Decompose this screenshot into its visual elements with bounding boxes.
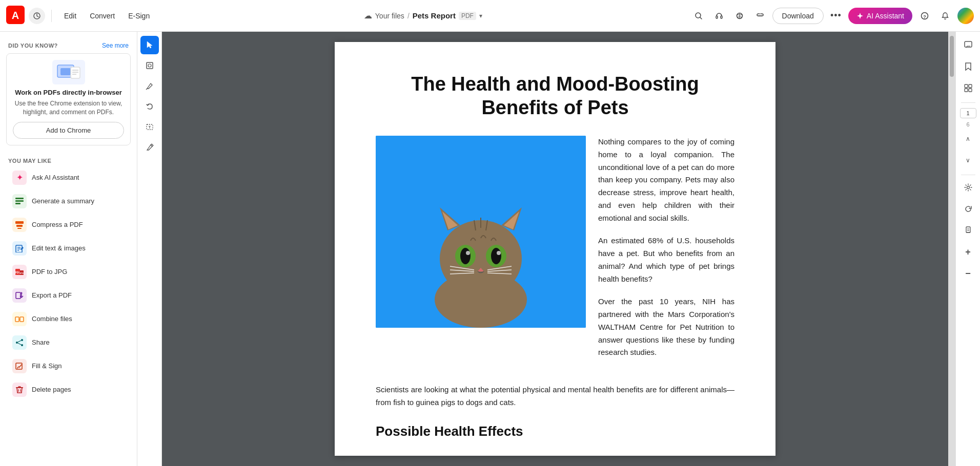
svg-rect-79 xyxy=(966,227,970,232)
svg-point-64 xyxy=(466,251,470,255)
share-icon xyxy=(12,335,27,350)
pdf-text-column: Nothing compares to the joy of coming ho… xyxy=(598,136,734,369)
see-more-button[interactable]: See more xyxy=(102,42,129,49)
generate-summary-label: Generate a summary xyxy=(32,197,94,205)
bookmarks-panel-button[interactable] xyxy=(959,57,977,76)
edit-text-label: Edit text & images xyxy=(32,244,86,252)
did-you-know-box: Work on PDFs directly in-browser Use the… xyxy=(6,53,131,145)
left-sidebar: DID YOU KNOW? See more Work on PDFs dire… xyxy=(0,32,137,466)
generate-summary-icon xyxy=(12,194,27,208)
draw-tool-button[interactable] xyxy=(140,77,159,95)
combine-icon xyxy=(12,312,27,326)
more-options-button[interactable]: ••• xyxy=(828,8,844,24)
right-panel: 1 6 ∧ ∨ xyxy=(955,32,980,466)
pdf-paragraph-4: Scientists are looking at what the poten… xyxy=(376,384,734,409)
link-button[interactable] xyxy=(752,8,768,24)
sidebar-item-edit-text[interactable]: Edit text & images xyxy=(4,237,133,260)
headphones-button[interactable] xyxy=(711,8,727,24)
sidebar-item-delete-pages[interactable]: Delete pages xyxy=(4,378,133,401)
you-may-like-label: YOU MAY LIKE xyxy=(0,154,137,166)
help-button[interactable]: ? xyxy=(916,8,933,24)
settings-button[interactable] xyxy=(959,178,977,197)
vertical-scrollbar[interactable] xyxy=(948,32,955,466)
panel-divider xyxy=(961,102,975,103)
svg-rect-24 xyxy=(17,228,22,229)
sidebar-item-combine-files[interactable]: Combine files xyxy=(4,307,133,331)
comments-panel-button[interactable] xyxy=(959,36,977,54)
sidebar-item-ask-ai[interactable]: ✦ Ask AI Assistant xyxy=(4,166,133,189)
undo-tool-button[interactable] xyxy=(140,97,159,116)
svg-rect-36 xyxy=(20,317,24,322)
breadcrumb-type: PDF xyxy=(459,12,476,20)
pdf-to-jpg-icon: PDFJPG xyxy=(12,265,27,279)
sidebar-item-generate-summary[interactable]: Generate a summary xyxy=(4,189,133,213)
svg-rect-6 xyxy=(721,16,722,18)
svg-rect-19 xyxy=(15,198,24,199)
svg-rect-74 xyxy=(965,84,968,88)
topbar-divider xyxy=(51,10,52,22)
your-files-label[interactable]: Your files xyxy=(375,12,404,20)
zoom-out-button[interactable]: − xyxy=(959,264,977,283)
pdf-page: The Health and Mood-Boosting Benefits of… xyxy=(335,42,775,456)
pdf-paragraph-3: Over the past 10 years, NIH has partnere… xyxy=(598,295,734,359)
history-button[interactable] xyxy=(29,8,45,24)
svg-point-62 xyxy=(460,248,471,264)
fill-sign-label: Fill & Sign xyxy=(32,362,62,370)
svg-marker-47 xyxy=(147,41,152,48)
zoom-in-button[interactable]: + xyxy=(959,243,977,261)
cloud-icon: ☁ xyxy=(364,11,372,20)
fill-sign-icon xyxy=(12,359,27,373)
ask-ai-label: Ask AI Assistant xyxy=(32,174,79,181)
avatar[interactable] xyxy=(957,8,974,24)
sidebar-items-list: ✦ Ask AI Assistant Generate a summary Co… xyxy=(0,166,137,401)
next-page-button[interactable]: ∨ xyxy=(959,151,977,170)
svg-point-63 xyxy=(491,248,501,264)
svg-rect-76 xyxy=(965,89,968,92)
nav-esign[interactable]: E-Sign xyxy=(122,9,156,23)
ai-assistant-button[interactable]: AI Assistant xyxy=(848,8,912,24)
svg-text:A: A xyxy=(12,10,19,21)
svg-point-65 xyxy=(497,251,501,255)
svg-point-78 xyxy=(967,186,969,189)
pdf-viewer: The Health and Mood-Boosting Benefits of… xyxy=(162,32,948,466)
nav-convert[interactable]: Convert xyxy=(84,9,121,23)
breadcrumb-chevron[interactable]: ▾ xyxy=(479,12,482,19)
nav-edit[interactable]: Edit xyxy=(58,9,83,23)
scroll-thumb[interactable] xyxy=(950,36,954,77)
search-button[interactable] xyxy=(690,8,707,24)
svg-text:T: T xyxy=(148,125,151,129)
svg-rect-15 xyxy=(71,67,80,78)
select-tool-button[interactable] xyxy=(140,36,159,54)
svg-marker-10 xyxy=(857,13,863,19)
svg-rect-48 xyxy=(147,62,153,69)
dyk-card-title: Work on PDFs directly in-browser xyxy=(13,89,124,96)
sidebar-item-share[interactable]: Share xyxy=(4,331,133,354)
download-button[interactable]: Download xyxy=(772,8,824,24)
prev-page-button[interactable]: ∧ xyxy=(959,130,977,148)
svg-text:?: ? xyxy=(923,14,926,19)
breadcrumb-separator: / xyxy=(407,12,410,20)
sidebar-item-pdf-to-jpg[interactable]: PDFJPG PDF to JPG xyxy=(4,260,133,284)
svg-rect-14 xyxy=(60,68,71,75)
svg-text:JPG: JPG xyxy=(19,272,24,274)
translate-button[interactable] xyxy=(731,8,748,24)
zoom-tool-button[interactable] xyxy=(140,56,159,75)
text-select-tool-button[interactable]: T xyxy=(140,118,159,136)
svg-rect-75 xyxy=(969,84,972,88)
annotate-tool-button[interactable] xyxy=(140,138,159,157)
notifications-button[interactable] xyxy=(937,8,953,24)
attach-button[interactable] xyxy=(959,221,977,240)
sidebar-item-export-pdf[interactable]: Export a PDF xyxy=(4,284,133,307)
topbar-right: Download ••• AI Assistant ? xyxy=(690,8,974,24)
tool-sidebar: T xyxy=(137,32,162,466)
sync-button[interactable] xyxy=(959,200,977,218)
current-page-number: 1 xyxy=(960,108,976,118)
main-layout: DID YOU KNOW? See more Work on PDFs dire… xyxy=(0,32,980,466)
sidebar-item-fill-sign[interactable]: Fill & Sign xyxy=(4,354,133,378)
cat-image xyxy=(376,136,586,328)
add-to-chrome-button[interactable]: Add to Chrome xyxy=(13,122,124,139)
export-pdf-label: Export a PDF xyxy=(32,291,72,299)
compress-pdf-label: Compress a PDF xyxy=(32,221,83,228)
sidebar-item-compress-pdf[interactable]: Compress a PDF xyxy=(4,213,133,237)
thumbnails-panel-button[interactable] xyxy=(959,79,977,97)
